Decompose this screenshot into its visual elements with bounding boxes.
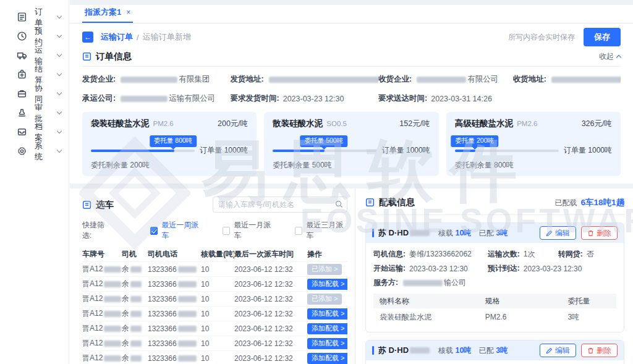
accent-bar	[372, 229, 374, 237]
already-added-button[interactable]: 已添加 >	[307, 294, 342, 305]
chevron-up-icon	[616, 54, 621, 59]
save-button[interactable]: 保存	[584, 28, 621, 46]
sidebar-item-orders[interactable]: 订单	[0, 7, 69, 27]
redacted-text	[104, 355, 121, 362]
already-added-button[interactable]: 已添加 >	[307, 264, 342, 275]
section-separator	[70, 184, 633, 188]
add-load-button[interactable]: 添加配载 >	[307, 353, 347, 364]
product-price: 200元/吨	[218, 119, 248, 129]
dispatch-time-cell: 2023-06-12 12:32	[234, 324, 307, 333]
phone-cell: 1323366	[148, 354, 201, 363]
collapse-label: 收起	[599, 51, 614, 62]
driver-cell: 余	[122, 323, 148, 334]
checkbox-icon[interactable]	[295, 227, 302, 235]
progress-bar: 委托量 500吨	[273, 150, 376, 152]
search-input[interactable]	[213, 197, 347, 213]
redacted-text	[104, 296, 121, 302]
driver-cell: 余	[122, 264, 148, 274]
redacted-text	[178, 266, 197, 273]
plate-cell: 晋A12	[82, 338, 122, 349]
sidebar-item-archives[interactable]: 档案	[0, 122, 69, 142]
filter-last-month[interactable]: 最近一月派车	[223, 220, 275, 241]
list-icon	[82, 200, 91, 210]
phone-cell: 1323366	[148, 265, 201, 274]
vehicle-row: 晋A12余1323366102023-06-12 12:32添加配载 >	[82, 277, 347, 292]
redacted-text	[104, 281, 121, 287]
vehicle-row: 晋A12余1323366102023-06-12 12:32添加配载 >	[82, 307, 347, 321]
back-button[interactable]: ←	[82, 32, 93, 43]
order-qty-label: 订单量 1000吨	[382, 145, 430, 156]
checkbox-icon[interactable]	[223, 227, 230, 235]
load-cell: 10	[201, 310, 234, 318]
redacted-text	[410, 230, 430, 236]
product-spec: SO0.5	[326, 120, 347, 127]
add-load-button[interactable]: 添加配载 >	[307, 308, 347, 320]
vehicle-row: 晋A12余1323366102023-06-12 12:32添加配载 >	[82, 351, 347, 364]
tab-dispatch-plan[interactable]: 指派方案1 ×	[82, 4, 133, 23]
quick-filter-label: 快捷筛选:	[82, 220, 112, 241]
field-arrive-time: 要求送达时间: 2023-03-31 14:26	[378, 93, 513, 104]
load-card-header: 苏 D·HD 核载 10吨 已配 3吨 编辑 删除	[366, 223, 624, 243]
redacted-text	[104, 266, 121, 273]
redacted-text	[551, 77, 621, 83]
eta-time: 2023-03-23 12:30	[524, 265, 582, 273]
entrusted-badge: 委托量 800吨	[150, 135, 197, 147]
archive-icon	[17, 127, 27, 137]
breadcrumb: ← 运输订单 / 运输订单新增 所写内容会实时保存 保存	[82, 27, 621, 47]
add-load-button[interactable]: 添加配载 >	[307, 279, 347, 290]
accent-bar	[372, 346, 374, 355]
plate-cell: 晋A12	[82, 308, 122, 319]
vehicle-search	[213, 197, 347, 213]
redacted-text	[178, 341, 197, 347]
stamp-icon	[17, 108, 27, 118]
sidebar-item-system[interactable]: 系统	[0, 142, 69, 161]
delete-button[interactable]: 删除	[581, 226, 618, 240]
sidebar-item-transport[interactable]: 运输	[0, 46, 69, 65]
list-icon	[365, 198, 375, 207]
field-ship-time: 要求发货时间: 2023-03-23 12:30	[231, 93, 379, 104]
product-spec: PM2.6	[153, 120, 174, 127]
search-icon[interactable]	[335, 200, 343, 210]
edit-button[interactable]: 编辑	[540, 344, 576, 357]
driver-cell: 余	[122, 308, 148, 319]
start-time: 2023-03-23 12:30	[409, 265, 468, 273]
driver-cell: 余	[122, 279, 148, 289]
close-icon[interactable]: ×	[126, 8, 130, 17]
chevron-down-icon	[57, 14, 62, 19]
vehicle-row: 晋A12余1323366102023-06-12 12:32已添加 >	[82, 262, 347, 277]
chevron-down-icon	[57, 33, 62, 38]
redacted-text	[403, 280, 443, 286]
add-load-button[interactable]: 添加配载 >	[307, 323, 347, 334]
sidebar-item-approval[interactable]: 审批	[0, 103, 69, 122]
load-card: 苏 D·HD 核载 10吨 已配 3吨 编辑 删除 司机信息:姜维/132336…	[365, 222, 624, 332]
plate-cell: 晋A12	[82, 264, 122, 274]
breadcrumb-parent[interactable]: 运输订单	[101, 32, 133, 43]
plate-number: 苏 D·HD	[378, 227, 431, 239]
plate-cell: 晋A12	[82, 294, 122, 304]
redacted-text	[104, 341, 121, 347]
checkbox-checked-icon[interactable]	[150, 227, 158, 235]
product-name: 散装硅酸水泥	[273, 118, 323, 129]
driver-cell: 余	[122, 294, 148, 304]
product-price: 152元/吨	[399, 119, 430, 129]
document-icon	[17, 12, 27, 22]
redacted-text	[130, 326, 142, 332]
delete-button[interactable]: 删除	[581, 344, 618, 357]
dispatch-time-cell: 2023-06-12 12:32	[234, 295, 307, 303]
add-load-button[interactable]: 添加配载 >	[307, 338, 347, 349]
filter-last-week[interactable]: 最近一周派车	[150, 220, 203, 241]
product-name: 袋装硅酸盐水泥	[91, 118, 150, 129]
sidebar-item-collaboration[interactable]: 协同	[0, 84, 69, 103]
sidebar-item-reservation[interactable]: 预约	[0, 27, 69, 46]
edit-button[interactable]: 编辑	[540, 226, 576, 240]
filter-last-quarter[interactable]: 最近三月派车	[295, 220, 347, 241]
collapse-toggle[interactable]: 收起	[599, 51, 621, 62]
product-name: 高级硅酸盐水泥	[455, 118, 514, 129]
service-provider: 输公司	[402, 277, 466, 288]
sidebar-item-settlement[interactable]: 结算	[0, 65, 69, 84]
briefcase-icon	[17, 88, 27, 99]
remain-label: 委托剩余量 200吨	[91, 160, 248, 171]
safe-icon	[17, 69, 27, 80]
breadcrumb-current: 运输订单新增	[143, 32, 191, 43]
sidebar: 订单 预约 运输 结算 协同 审批 档案 系统	[0, 0, 69, 364]
